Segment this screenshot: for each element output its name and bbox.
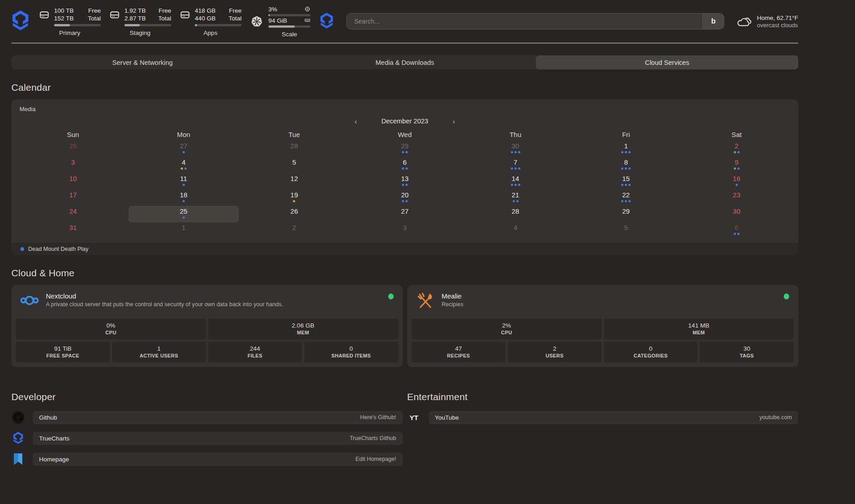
calendar-event-title: Dead Mount Death Play <box>28 246 89 252</box>
calendar-day[interactable]: 9 <box>681 157 792 173</box>
calendar-day[interactable]: 12 <box>239 173 350 190</box>
tab-cloud-services[interactable]: Cloud Services <box>536 55 798 69</box>
calendar-day[interactable]: 20 <box>350 190 460 206</box>
storage-value: 440 GB <box>195 15 216 22</box>
weekday-label: Mon <box>128 128 239 141</box>
section-title-cloud-home: Cloud & Home <box>11 268 798 279</box>
calendar-day[interactable]: 23 <box>681 190 792 206</box>
event-dot-icon <box>20 247 24 251</box>
calendar-day[interactable]: 10 <box>18 173 128 190</box>
calendar-day-selected[interactable]: 25 <box>128 206 239 222</box>
calendar-day[interactable]: 6 <box>350 157 460 173</box>
scale-value: 94 GiB <box>268 17 287 24</box>
weekday-label: Thu <box>460 128 571 141</box>
calendar-next-button[interactable]: › <box>451 117 457 126</box>
service-stat: 30TAGS <box>700 342 794 362</box>
calendar-day[interactable]: 19 <box>239 190 350 206</box>
calendar-day[interactable]: 28 <box>460 206 571 222</box>
calendar-day[interactable]: 18 <box>128 190 239 206</box>
calendar-day[interactable]: 2 <box>239 222 350 239</box>
event-dot <box>181 167 183 170</box>
calendar-day[interactable]: 4 <box>460 222 571 239</box>
storage-progress-bar <box>54 24 101 26</box>
weather-condition: overcast clouds <box>757 22 798 29</box>
event-dot <box>621 167 623 170</box>
event-dot <box>511 151 513 153</box>
calendar-day[interactable]: 22 <box>571 190 682 206</box>
calendar-day[interactable]: 1 <box>128 222 239 239</box>
calendar-day[interactable]: 1 <box>571 141 682 157</box>
calendar-day[interactable]: 6 <box>681 222 792 239</box>
calendar-day[interactable]: 24 <box>18 206 128 222</box>
bookmark-row: YTYouTubeyoutube.com <box>407 411 799 424</box>
calendar-day[interactable]: 27 <box>350 206 460 222</box>
event-dot <box>628 200 631 202</box>
calendar-day[interactable]: 13 <box>350 173 460 190</box>
event-dot <box>625 167 627 170</box>
drive-icon <box>179 7 191 20</box>
scale-value: 3% <box>268 6 277 13</box>
calendar-day[interactable]: 14 <box>460 173 571 190</box>
calendar-day[interactable]: 5 <box>239 157 350 173</box>
drive-icon <box>39 7 50 20</box>
calendar-day[interactable]: 27 <box>128 141 239 157</box>
calendar-day[interactable]: 21 <box>460 190 571 206</box>
event-dot <box>183 200 185 202</box>
search-provider-button[interactable]: b <box>702 14 724 29</box>
bookmark-link-youtube[interactable]: YouTubeyoutube.com <box>429 411 799 424</box>
calendar-day[interactable]: 26 <box>18 141 128 157</box>
service-title: Nextcloud <box>46 292 283 300</box>
calendar-day[interactable]: 26 <box>239 206 350 222</box>
calendar-day[interactable]: 3 <box>18 157 128 173</box>
tab-server-networking[interactable]: Server & Networking <box>11 55 274 69</box>
calendar-day[interactable]: 8 <box>571 157 682 173</box>
calendar-grid: 2627282930123456789101112131415161718192… <box>18 141 792 239</box>
bookmark-groups: DeveloperGithubHere's Github!TrueChartsT… <box>11 391 798 473</box>
calendar-month-label: December 2023 <box>381 117 428 125</box>
calendar-day[interactable]: 15 <box>571 173 682 190</box>
tab-media-downloads[interactable]: Media & Downloads <box>274 55 536 69</box>
drive-icon <box>109 7 120 20</box>
cloud-icon <box>736 15 752 28</box>
scale-widget: 3%94 GiB Scale <box>251 5 311 38</box>
calendar-prev-button[interactable]: ‹ <box>353 117 359 126</box>
event-dot <box>737 167 740 170</box>
calendar-day[interactable]: 29 <box>571 206 682 222</box>
group-title: Entertainment <box>407 391 799 402</box>
scale-progress-bar <box>268 14 311 16</box>
service-link-nextcloud[interactable]: NextcloudA private cloud server that put… <box>16 289 398 316</box>
service-stat: 2%CPU <box>412 318 602 339</box>
bookmark-link-github[interactable]: GithubHere's Github! <box>33 411 403 424</box>
calendar-day[interactable]: 3 <box>350 222 460 239</box>
event-dot <box>402 167 404 170</box>
calendar-day[interactable]: 5 <box>571 222 682 239</box>
service-link-mealie[interactable]: MealieRecipies <box>412 289 794 316</box>
weather-location-temp: Home, 62.71°F <box>757 14 798 22</box>
event-dot <box>737 151 740 153</box>
calendar-day[interactable]: 30 <box>460 141 571 157</box>
calendar-day[interactable]: 7 <box>460 157 571 173</box>
calendar-day[interactable]: 4 <box>128 157 239 173</box>
search-input[interactable] <box>347 14 702 29</box>
calendar-day[interactable]: 30 <box>681 206 792 222</box>
event-dot <box>402 200 404 202</box>
calendar-day[interactable]: 2 <box>681 141 792 157</box>
event-dot <box>513 200 515 202</box>
calendar-day[interactable]: 11 <box>128 173 239 190</box>
bookmark-link-homepage[interactable]: HomepageEdit Homepage! <box>33 453 403 466</box>
calendar-day[interactable]: 16 <box>681 173 792 190</box>
storage-value: 418 GB <box>195 7 216 15</box>
event-dot <box>518 184 520 186</box>
event-dot <box>184 167 187 170</box>
bookmark-link-truecharts[interactable]: TrueChartsTrueCharts Github <box>33 432 403 445</box>
calendar-day[interactable]: 31 <box>18 222 128 239</box>
tab-bar: Server & NetworkingMedia & DownloadsClou… <box>11 55 798 69</box>
event-dot <box>625 200 627 202</box>
service-stat: 244FILES <box>208 342 302 362</box>
event-dot <box>511 184 513 186</box>
calendar-day[interactable]: 28 <box>239 141 350 157</box>
calendar-day[interactable]: 17 <box>18 190 128 206</box>
calendar-day[interactable]: 29 <box>350 141 460 157</box>
dashboard-page: 100 TBFree152 TBTotalPrimary1.92 TBFree2… <box>0 0 798 473</box>
bookmark-row: TrueChartsTrueCharts Github <box>11 431 403 445</box>
